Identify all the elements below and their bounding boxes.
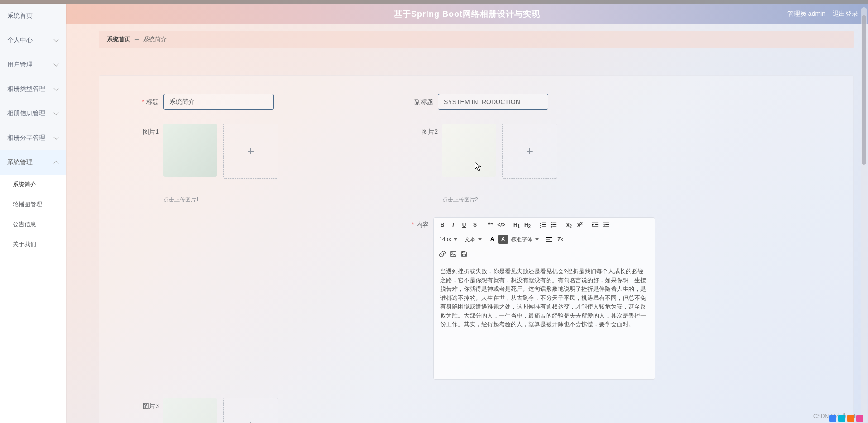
chevron-down-icon	[53, 111, 59, 116]
taskbar-icon[interactable]	[856, 415, 863, 422]
svg-point-10	[551, 226, 552, 228]
chevron-up-icon	[53, 160, 59, 165]
scrollbar-thumb[interactable]	[862, 15, 866, 165]
thumbnail-image2[interactable]	[442, 124, 496, 177]
chevron-down-icon	[53, 135, 59, 141]
svg-text:3: 3	[540, 226, 541, 228]
link-button[interactable]	[437, 249, 447, 258]
svg-rect-14	[595, 224, 598, 225]
row-image3: 图片3 +	[135, 398, 817, 423]
svg-rect-21	[546, 239, 550, 239]
label-image1: 图片1	[135, 124, 163, 136]
chevron-down-icon	[53, 86, 59, 92]
chevron-down-icon	[53, 38, 59, 43]
upload-hint-image1: 点击上传图片1	[163, 196, 278, 204]
breadcrumb-home[interactable]: 系统首页	[107, 35, 130, 43]
thumbnail-image1[interactable]	[163, 124, 217, 177]
subscript-button[interactable]: x2	[564, 220, 574, 229]
blockquote-button[interactable]: ❝❞	[485, 220, 495, 229]
label-title: *标题	[135, 94, 163, 106]
svg-rect-20	[546, 237, 552, 238]
upload-row-image2: +	[442, 124, 557, 179]
sidebar-item-home[interactable]: 系统首页	[0, 4, 66, 28]
upload-box-image1[interactable]: +	[223, 124, 278, 179]
sidebar: 系统首页 个人中心 用户管理 相册类型管理 相册信息管理 相册分享管理 系统管理…	[0, 4, 66, 423]
svg-rect-5	[542, 227, 546, 227]
superscript-button[interactable]: x2	[575, 220, 585, 229]
sidebar-item-album-share[interactable]: 相册分享管理	[0, 126, 66, 150]
taskbar-icons	[829, 415, 863, 422]
align-button[interactable]	[544, 235, 554, 244]
app-title: 基于Spring Boot网络相册设计与实现	[394, 9, 540, 19]
bullet-list-button[interactable]	[549, 220, 559, 229]
svg-rect-3	[542, 224, 546, 225]
svg-rect-1	[542, 223, 546, 223]
breadcrumb-separator-icon: ☰	[134, 37, 139, 43]
thumbnail-image3[interactable]	[163, 398, 217, 423]
clear-format-button[interactable]: Tx	[555, 235, 565, 244]
field-content: *内容 B I U S ❝❞ </>	[410, 217, 655, 380]
sidebar-sub-carousel[interactable]: 轮播图管理	[0, 195, 66, 214]
scrollbar-track[interactable]	[861, 7, 867, 423]
dropdown-icon	[478, 238, 482, 241]
taskbar-icon[interactable]	[838, 415, 845, 422]
label-image3: 图片3	[135, 398, 163, 410]
upload-box-image3[interactable]: +	[223, 398, 278, 423]
svg-point-6	[551, 222, 552, 223]
heading2-button[interactable]: H2	[523, 220, 532, 229]
heading1-button[interactable]: H1	[512, 220, 522, 229]
svg-rect-12	[592, 223, 598, 223]
svg-rect-15	[592, 227, 598, 227]
indent-button[interactable]	[601, 220, 611, 229]
sidebar-sub-announcement[interactable]: 公告信息	[0, 214, 66, 234]
bold-button[interactable]: B	[437, 220, 447, 229]
outdent-button[interactable]	[590, 220, 600, 229]
italic-button[interactable]: I	[448, 220, 458, 229]
bg-color-button[interactable]: A	[498, 235, 508, 244]
underline-button[interactable]: U	[459, 220, 469, 229]
dropdown-icon	[454, 238, 457, 241]
sidebar-item-system-mgmt[interactable]: 系统管理	[0, 150, 66, 175]
field-image2: 图片2 + 点击上传图片2	[414, 124, 557, 204]
sidebar-item-album-info[interactable]: 相册信息管理	[0, 101, 66, 126]
input-subtitle[interactable]	[438, 94, 548, 110]
block-format-select[interactable]: 文本	[463, 235, 484, 244]
current-user-label[interactable]: 管理员 admin	[787, 10, 825, 18]
row-title-subtitle: *标题 副标题	[135, 94, 817, 110]
form-card: *标题 副标题 图片1	[99, 75, 854, 423]
taskbar-icon[interactable]	[847, 415, 854, 422]
upload-row-image1: +	[163, 124, 278, 179]
logout-link[interactable]: 退出登录	[833, 10, 858, 18]
image-button[interactable]	[448, 249, 458, 258]
save-button[interactable]	[459, 249, 469, 258]
field-title: *标题	[135, 94, 274, 110]
font-family-select[interactable]: 标准字体	[509, 235, 541, 244]
window-top-strip	[0, 0, 868, 4]
editor-content[interactable]: 当遇到挫折或失败，你是看见失败还是看见机会?挫折是我们每个人成长的必经之路，它不…	[434, 261, 655, 379]
input-title[interactable]	[163, 94, 274, 110]
sidebar-sub-about-us[interactable]: 关于我们	[0, 234, 66, 254]
plus-icon: +	[526, 144, 533, 158]
sidebar-item-user-mgmt[interactable]: 用户管理	[0, 52, 66, 77]
code-block-button[interactable]: </>	[496, 220, 506, 229]
svg-rect-9	[552, 224, 556, 225]
main-area: 基于Spring Boot网络相册设计与实现 管理员 admin 退出登录 系统…	[66, 4, 868, 423]
breadcrumb: 系统首页 ☰ 系统简介	[99, 31, 854, 48]
upload-box-image2[interactable]: +	[502, 124, 557, 179]
sidebar-item-album-type[interactable]: 相册类型管理	[0, 77, 66, 101]
sidebar-item-label: 相册类型管理	[7, 85, 45, 93]
ordered-list-button[interactable]: 123	[538, 220, 548, 229]
font-color-button[interactable]: A	[487, 235, 497, 244]
sidebar-sub-label: 关于我们	[13, 240, 36, 248]
sidebar-sub-system-intro[interactable]: 系统简介	[0, 175, 66, 195]
svg-rect-23	[451, 252, 456, 257]
font-size-select[interactable]: 14px	[437, 235, 459, 244]
taskbar-icon[interactable]	[829, 415, 836, 422]
plus-icon: +	[247, 144, 254, 158]
strike-button[interactable]: S	[470, 220, 480, 229]
content-wrap: 系统首页 ☰ 系统简介 *标题 副标题	[66, 24, 868, 423]
chevron-down-icon	[53, 62, 59, 67]
dropdown-icon	[535, 238, 539, 241]
sidebar-sub-label: 系统简介	[13, 181, 36, 189]
sidebar-item-personal[interactable]: 个人中心	[0, 28, 66, 52]
